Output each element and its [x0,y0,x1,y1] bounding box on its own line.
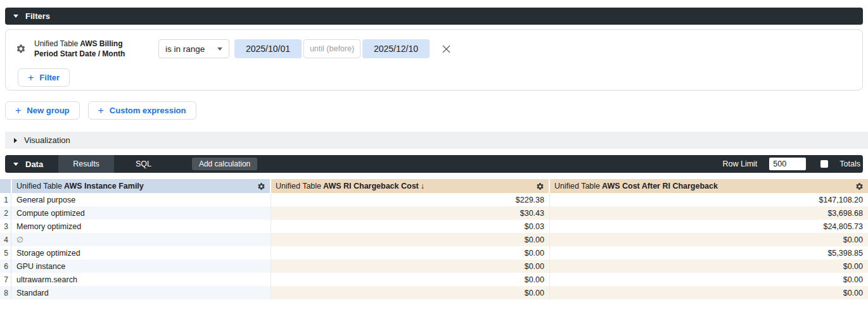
column-name: AWS Instance Family [64,182,144,191]
cell-ri-chargeback-cost[interactable]: $0.00 [271,286,550,299]
cell-instance-family[interactable]: GPU instance [11,260,271,273]
gear-icon[interactable] [536,182,544,191]
column-header-ri-chargeback-cost[interactable]: Unified TableAWS RI Chargeback Cost↓ [271,179,549,193]
chevron-down-icon [217,47,222,51]
cell-instance-family[interactable]: Compute optimized [11,206,271,220]
cell-ri-chargeback-cost[interactable]: $30.43 [271,206,550,220]
cell-cost-after-ri-chargeback[interactable]: $3,698.68 [550,206,868,220]
row-number: 5 [0,246,11,260]
filter-end-date-input[interactable] [362,39,430,58]
filter-field-label: Unified TableAWS Billing Period Start Da… [34,39,142,59]
table-row: 2 Compute optimized $30.43 $3,698.68 [0,206,868,220]
cell-instance-family[interactable]: ∅ [11,233,271,246]
row-number: 6 [0,260,11,273]
cell-cost-after-ri-chargeback[interactable]: $147,108.20 [550,193,868,206]
cell-instance-family[interactable]: Storage optimized [11,246,271,260]
column-header-cost-after-ri-chargeback[interactable]: Unified TableAWS Cost After RI Chargebac… [550,179,868,193]
sort-descending-icon: ↓ [421,182,424,191]
column-prefix: Unified Table [554,182,600,191]
cell-instance-family[interactable]: ultrawarm.search [11,273,271,286]
table-row: 4 ∅ $0.00 $0.00 [0,233,868,246]
group-actions: + New group + Custom expression [5,101,863,120]
filters-section-title: Filters [25,11,50,21]
filter-panel: Unified TableAWS Billing Period Start Da… [5,29,863,91]
filter-start-date-input[interactable] [234,39,302,58]
collapse-caret-icon [13,163,18,166]
column-name: AWS RI Chargeback Cost [323,182,419,191]
totals-label: Totals [839,160,860,168]
results-table: Unified TableAWS Instance Family Unified… [0,179,868,299]
row-number: 7 [0,273,11,286]
cell-ri-chargeback-cost[interactable]: $229.38 [271,193,550,206]
data-section-title-group[interactable]: Data [5,155,51,173]
add-filter-label: Filter [39,73,60,82]
remove-filter-icon[interactable] [442,44,451,54]
row-number: 3 [0,220,11,233]
table-body: 1 General purpose $229.38 $147,108.20 2 … [0,193,868,299]
cell-cost-after-ri-chargeback[interactable]: $0.00 [550,286,868,299]
row-number: 8 [0,286,11,299]
cell-instance-family[interactable]: Memory optimized [11,220,271,233]
column-name: AWS Cost After RI Chargeback [602,182,718,191]
column-prefix: Unified Table [16,182,62,191]
data-section-header: Data Results SQL Add calculation Row Lim… [5,155,863,173]
cell-ri-chargeback-cost[interactable]: $0.00 [271,260,550,273]
totals-checkbox[interactable] [820,160,828,168]
row-number: 2 [0,206,11,220]
row-number: 4 [0,233,11,246]
visualization-section-title: Visualization [24,135,70,145]
table-row: 1 General purpose $229.38 $147,108.20 [0,193,868,206]
cell-instance-family[interactable]: General purpose [11,193,271,206]
filter-field-prefix: Unified Table [34,39,78,48]
cell-instance-family[interactable]: Standard [11,286,271,299]
table-header-row: Unified TableAWS Instance Family Unified… [0,179,868,193]
new-group-label: New group [27,106,69,115]
filter-condition-value: is in range [165,44,205,54]
column-header-instance-family[interactable]: Unified TableAWS Instance Family [12,179,270,193]
cell-cost-after-ri-chargeback[interactable]: $0.00 [550,260,868,273]
plus-icon: + [98,106,104,116]
table-row: 7 ultrawarm.search $0.00 $0.00 [0,273,868,286]
cell-ri-chargeback-cost[interactable]: $0.00 [271,233,550,246]
column-prefix: Unified Table [276,182,321,191]
cell-cost-after-ri-chargeback[interactable]: $0.00 [550,273,868,286]
expand-caret-icon [14,138,17,143]
filter-row: Unified TableAWS Billing Period Start Da… [16,39,852,59]
row-number: 1 [0,193,11,206]
add-filter-button[interactable]: + Filter [18,68,70,87]
filter-until-input[interactable] [303,39,361,58]
cell-cost-after-ri-chargeback[interactable]: $0.00 [550,233,868,246]
tab-results[interactable]: Results [58,155,114,173]
gear-icon[interactable] [257,182,265,191]
cell-cost-after-ri-chargeback[interactable]: $24,805.73 [550,220,868,233]
cell-ri-chargeback-cost[interactable]: $0.03 [271,220,550,233]
cell-cost-after-ri-chargeback[interactable]: $5,398.85 [550,246,868,260]
collapse-caret-icon [13,15,18,18]
data-section-title: Data [25,160,43,169]
table-row: 5 Storage optimized $0.00 $5,398.85 [0,246,868,260]
custom-expression-label: Custom expression [110,106,186,115]
filters-section-header[interactable]: Filters [5,8,863,25]
filter-gear-icon[interactable] [16,44,26,54]
plus-icon: + [28,73,34,83]
gear-icon[interactable] [855,182,864,191]
table-row: 6 GPU instance $0.00 $0.00 [0,260,868,273]
custom-expression-button[interactable]: + Custom expression [88,101,196,120]
row-limit-label: Row Limit [722,160,757,168]
table-row: 8 Standard $0.00 $0.00 [0,286,868,299]
row-number-header [0,179,11,193]
cell-ri-chargeback-cost[interactable]: $0.00 [271,246,550,260]
tab-sql[interactable]: SQL [121,155,166,173]
new-group-button[interactable]: + New group [5,101,80,120]
filter-condition-select[interactable]: is in range [158,39,229,58]
cell-ri-chargeback-cost[interactable]: $0.00 [271,273,550,286]
visualization-section-header[interactable]: Visualization [5,132,868,149]
table-row: 3 Memory optimized $0.03 $24,805.73 [0,220,868,233]
plus-icon: + [15,106,21,116]
add-calculation-button[interactable]: Add calculation [192,158,257,170]
row-limit-input[interactable] [769,158,806,170]
